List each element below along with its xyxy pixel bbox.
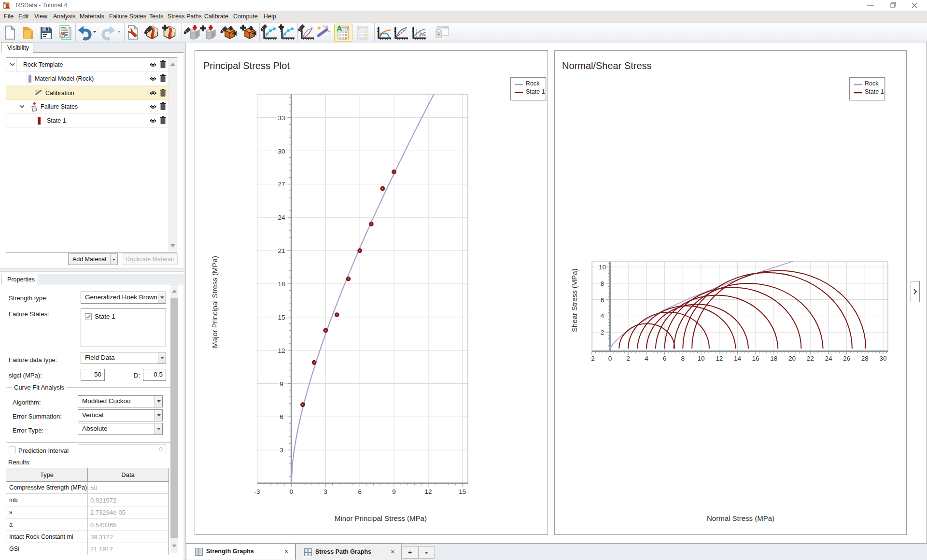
svg-text:8: 8 — [601, 280, 604, 287]
svg-text:27: 27 — [278, 181, 285, 188]
svg-text:21: 21 — [278, 247, 285, 254]
svg-text:18: 18 — [278, 280, 285, 288]
svg-text:4: 4 — [601, 312, 604, 320]
svg-text:12: 12 — [716, 355, 723, 362]
svg-text:2: 2 — [626, 355, 630, 362]
svg-text:20: 20 — [788, 355, 796, 362]
svg-text:c6: c6 — [420, 30, 426, 38]
svg-text:3: 3 — [324, 488, 328, 495]
svg-text:22: 22 — [807, 355, 814, 362]
svg-text:0: 0 — [290, 488, 294, 495]
svg-text:12: 12 — [424, 488, 432, 495]
svg-text:18: 18 — [770, 355, 777, 362]
svg-text:0: 0 — [608, 355, 612, 362]
svg-text:6: 6 — [663, 355, 667, 362]
svg-text:12: 12 — [278, 347, 285, 354]
svg-text:24: 24 — [825, 355, 832, 362]
svg-text:-3: -3 — [254, 488, 260, 495]
svg-text:15: 15 — [459, 488, 466, 495]
svg-text:28: 28 — [861, 355, 869, 362]
svg-text:6: 6 — [358, 488, 362, 495]
svg-text:8: 8 — [681, 355, 685, 362]
svg-text:10: 10 — [697, 355, 704, 362]
svg-text:3: 3 — [280, 447, 283, 454]
svg-text:6: 6 — [601, 296, 604, 304]
svg-text:9: 9 — [280, 380, 283, 388]
svg-text:10: 10 — [599, 264, 606, 271]
svg-text:26: 26 — [843, 355, 850, 362]
svg-text:6: 6 — [280, 413, 283, 420]
svg-text:-2: -2 — [589, 355, 595, 362]
svg-text:33: 33 — [278, 114, 285, 122]
svg-text:16: 16 — [752, 355, 759, 362]
svg-text:24: 24 — [278, 214, 285, 221]
svg-text:4: 4 — [645, 355, 648, 362]
svg-text:15: 15 — [278, 314, 285, 321]
svg-text:14: 14 — [734, 355, 742, 362]
svg-text:30: 30 — [879, 355, 886, 362]
svg-text:30: 30 — [278, 148, 285, 155]
svg-text:9: 9 — [392, 488, 396, 495]
svg-text:2: 2 — [601, 329, 604, 336]
svg-text:A: A — [337, 25, 342, 33]
